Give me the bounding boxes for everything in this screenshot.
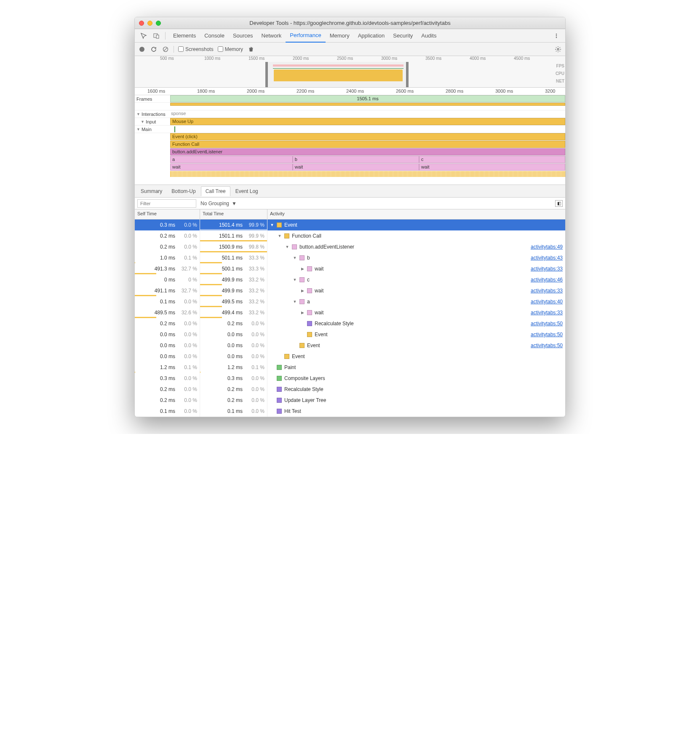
disclosure-triangle-icon[interactable]: ▼ <box>285 245 289 249</box>
input-row: ▼Input Mouse Up <box>135 118 565 126</box>
activity-swatch <box>277 387 282 392</box>
col-self-time[interactable]: Self Time <box>135 209 200 219</box>
tab-memory[interactable]: Memory <box>326 29 354 43</box>
tree-row[interactable]: 491.1 ms32.7 %499.9 ms33.2 %▶waitactivit… <box>135 285 565 296</box>
minimize-window-button[interactable] <box>147 21 152 26</box>
activity-name: b <box>307 255 310 261</box>
col-total-time[interactable]: Total Time <box>200 209 267 219</box>
source-link[interactable]: activitytabs:43 <box>531 255 563 261</box>
activity-swatch <box>299 299 305 304</box>
source-link[interactable]: activitytabs:50 <box>531 321 563 327</box>
source-link[interactable]: activitytabs:33 <box>531 310 563 316</box>
frames-row: Frames 1505.1 ms <box>135 95 565 103</box>
activity-name: Event <box>315 332 328 337</box>
activity-name: a <box>307 299 310 305</box>
tree-row[interactable]: 1.2 ms0.1 %1.2 ms0.1 %Paint <box>135 362 565 373</box>
source-link[interactable]: activitytabs:50 <box>531 332 563 337</box>
tree-row[interactable]: 0.0 ms0.0 %0.0 ms0.0 %Eventactivitytabs:… <box>135 329 565 340</box>
tree-row[interactable]: 0.2 ms0.0 %1500.9 ms99.8 %▼button.addEve… <box>135 241 565 252</box>
tree-row[interactable]: 491.3 ms32.7 %500.1 ms33.3 %▶waitactivit… <box>135 263 565 274</box>
trash-icon[interactable] <box>247 46 255 53</box>
svg-point-2 <box>556 33 557 35</box>
tab-console[interactable]: Console <box>200 29 229 43</box>
activity-swatch <box>299 255 305 260</box>
grouping-select[interactable]: No Grouping ▼ <box>200 201 237 206</box>
source-link[interactable]: activitytabs:40 <box>531 299 563 305</box>
tab-performance[interactable]: Performance <box>286 29 325 43</box>
disclosure-triangle-icon[interactable]: ▼ <box>270 223 274 227</box>
window-title: Developer Tools - https://googlechrome.g… <box>135 20 565 26</box>
memory-checkbox[interactable]: Memory <box>218 46 243 52</box>
activity-name: Paint <box>284 364 296 370</box>
activity-name: button.addEventListener <box>299 244 354 250</box>
activity-swatch <box>307 288 312 293</box>
reload-icon[interactable] <box>150 46 158 53</box>
activity-swatch <box>307 332 312 337</box>
tree-row[interactable]: 0.3 ms0.0 %1501.4 ms99.9 %▼Event <box>135 220 565 230</box>
disclosure-triangle-icon[interactable]: ▶ <box>300 311 305 315</box>
disclosure-triangle-icon[interactable]: ▼ <box>293 278 297 282</box>
svg-point-3 <box>556 35 557 36</box>
tree-row[interactable]: 0 ms0 %499.9 ms33.2 %▼cactivitytabs:46 <box>135 274 565 285</box>
toggle-sidebar-icon[interactable]: ◧ <box>555 200 563 207</box>
source-link[interactable]: activitytabs:50 <box>531 343 563 348</box>
subtab-bottom-up[interactable]: Bottom-Up <box>167 187 200 196</box>
tree-row[interactable]: 489.5 ms32.6 %499.4 ms33.2 %▶waitactivit… <box>135 307 565 318</box>
source-link[interactable]: activitytabs:46 <box>531 277 563 283</box>
tree-row[interactable]: 0.0 ms0.0 %0.0 ms0.0 %Eventactivitytabs:… <box>135 340 565 351</box>
flame-chart[interactable]: Event (click) Function Call button.addEv… <box>170 133 565 185</box>
frame-bar[interactable]: 1505.1 ms <box>170 95 565 102</box>
svg-point-8 <box>557 48 559 50</box>
subtab-call-tree[interactable]: Call Tree <box>201 186 230 196</box>
disclosure-triangle-icon[interactable]: ▶ <box>300 267 305 271</box>
subtab-summary[interactable]: Summary <box>136 187 166 196</box>
disclosure-triangle-icon[interactable]: ▶ <box>300 289 305 293</box>
zoom-window-button[interactable] <box>156 21 161 26</box>
tab-sources[interactable]: Sources <box>229 29 257 43</box>
close-window-button[interactable] <box>139 21 144 26</box>
activity-swatch <box>284 233 289 238</box>
tab-application[interactable]: Application <box>354 29 389 43</box>
tab-audits[interactable]: Audits <box>417 29 441 43</box>
tree-row[interactable]: 1.0 ms0.1 %501.1 ms33.3 %▼bactivitytabs:… <box>135 252 565 263</box>
tree-row[interactable]: 0.2 ms0.0 %0.2 ms0.0 %Update Layer Tree <box>135 395 565 406</box>
filter-input[interactable] <box>137 199 196 208</box>
device-toggle-icon[interactable] <box>151 30 162 41</box>
tree-row[interactable]: 0.0 ms0.0 %0.0 ms0.0 %Event <box>135 351 565 362</box>
tree-row[interactable]: 0.2 ms0.0 %0.2 ms0.0 %Recalculate Stylea… <box>135 318 565 329</box>
source-link[interactable]: activitytabs:33 <box>531 288 563 294</box>
tree-row[interactable]: 0.2 ms0.0 %1501.1 ms99.9 %▼Function Call <box>135 230 565 241</box>
more-icon[interactable] <box>551 30 562 41</box>
disclosure-triangle-icon[interactable]: ▼ <box>293 300 297 304</box>
settings-icon[interactable] <box>554 46 562 53</box>
disclosure-triangle-icon[interactable]: ▼ <box>293 256 297 260</box>
source-link[interactable]: activitytabs:33 <box>531 266 563 272</box>
tab-elements[interactable]: Elements <box>169 29 200 43</box>
activity-name: c <box>307 277 310 283</box>
clear-icon[interactable] <box>162 46 169 53</box>
inspect-icon[interactable] <box>138 30 149 41</box>
input-event-bar[interactable]: Mouse Up <box>170 118 565 125</box>
screenshots-checkbox[interactable]: Screenshots <box>178 46 214 52</box>
activity-name: Recalculate Style <box>315 321 354 327</box>
activity-swatch <box>284 354 289 359</box>
tab-network[interactable]: Network <box>257 29 286 43</box>
tree-row[interactable]: 0.3 ms0.0 %0.3 ms0.0 %Composite Layers <box>135 373 565 384</box>
tree-header: Self Time Total Time Activity <box>135 209 565 220</box>
source-link[interactable]: activitytabs:49 <box>531 244 563 250</box>
timeline-panel[interactable]: 1600 ms1800 ms2000 ms2200 ms2400 ms2600 … <box>135 88 565 185</box>
disclosure-triangle-icon[interactable]: ▼ <box>278 234 282 238</box>
overview-panel[interactable]: 500 ms1000 ms1500 ms2000 ms2500 ms3000 m… <box>135 56 565 88</box>
details-subtabs: SummaryBottom-UpCall TreeEvent Log <box>135 185 565 198</box>
tree-row[interactable]: 0.2 ms0.0 %0.2 ms0.0 %Recalculate Style <box>135 384 565 395</box>
record-icon[interactable] <box>138 46 146 53</box>
performance-toolbar: Screenshots Memory <box>135 43 565 56</box>
tab-security[interactable]: Security <box>389 29 417 43</box>
activity-swatch <box>299 343 305 348</box>
svg-point-5 <box>139 47 144 52</box>
tree-row[interactable]: 0.1 ms0.0 %499.5 ms33.2 %▼aactivitytabs:… <box>135 296 565 307</box>
activity-name: Event <box>284 222 297 228</box>
tree-row[interactable]: 0.1 ms0.0 %0.1 ms0.0 %Hit Test <box>135 406 565 417</box>
subtab-event-log[interactable]: Event Log <box>231 187 262 196</box>
col-activity[interactable]: Activity <box>267 209 565 219</box>
